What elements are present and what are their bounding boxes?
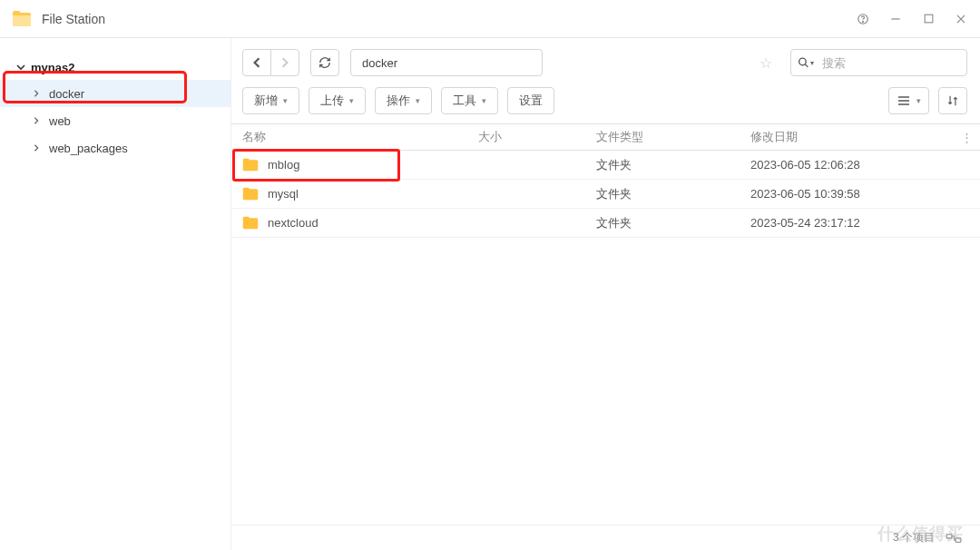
titlebar: File Station <box>0 0 980 38</box>
settings-button-label: 设置 <box>519 93 543 109</box>
app-folder-icon <box>11 8 33 30</box>
column-header-type[interactable]: 文件类型 <box>585 129 740 145</box>
chevron-right-icon <box>33 90 40 97</box>
sidebar-item-docker[interactable]: docker <box>0 80 230 107</box>
caret-down-icon: ▾ <box>416 96 420 105</box>
settings-button[interactable]: 设置 <box>507 87 554 114</box>
table-row[interactable]: nextcloud 文件夹 2023-05-24 23:17:12 <box>231 209 980 238</box>
svg-rect-6 <box>956 538 961 542</box>
maximize-icon[interactable] <box>920 11 936 27</box>
sidebar-item-label: web_packages <box>49 142 128 155</box>
sort-button[interactable] <box>938 87 967 114</box>
file-type: 文件夹 <box>585 157 740 173</box>
svg-point-4 <box>799 58 807 65</box>
search-dropdown-caret-icon[interactable]: ▾ <box>810 59 814 67</box>
caret-down-icon: ▾ <box>283 96 288 105</box>
search-input[interactable] <box>790 49 967 76</box>
caret-down-icon: ▾ <box>916 96 921 105</box>
file-date: 2023-06-05 10:39:58 <box>740 187 980 201</box>
connection-icon <box>946 534 962 543</box>
chevron-down-icon <box>16 63 25 72</box>
column-header-name[interactable]: 名称 <box>231 129 467 145</box>
svg-rect-3 <box>925 15 933 23</box>
folder-icon <box>242 158 259 172</box>
refresh-button[interactable] <box>310 49 339 76</box>
table-row[interactable]: mysql 文件夹 2023-06-05 10:39:58 <box>231 180 980 209</box>
file-type: 文件夹 <box>585 186 740 202</box>
file-type: 文件夹 <box>585 215 740 231</box>
folder-icon <box>242 216 259 230</box>
new-button[interactable]: 新增▾ <box>242 87 299 114</box>
item-count: 3 个项目 <box>893 530 935 545</box>
nav-forward-button[interactable] <box>270 49 299 76</box>
sidebar-item-label: docker <box>49 87 84 101</box>
file-name: nextcloud <box>268 216 318 230</box>
upload-button[interactable]: 上传▾ <box>309 87 366 114</box>
toolbar-nav: ☆ ▾ <box>231 38 980 82</box>
tree-root-label: mynas2 <box>31 61 74 74</box>
main-panel: ☆ ▾ 新增▾ 上传▾ 操作▾ 工具▾ 设置 ▾ 名称 大小 文件类型 修改日期 <box>231 38 980 550</box>
column-header-size[interactable]: 大小 <box>467 129 585 145</box>
close-icon[interactable] <box>953 11 969 27</box>
caret-down-icon: ▾ <box>482 96 486 105</box>
sidebar: mynas2 docker web web_packages <box>0 38 231 550</box>
app-title: File Station <box>42 12 855 26</box>
file-list: mblog 文件夹 2023-06-05 12:06:28 mysql 文件夹 … <box>231 151 980 238</box>
path-input[interactable] <box>350 49 543 76</box>
nav-back-button[interactable] <box>242 49 271 76</box>
svg-point-1 <box>863 21 864 22</box>
tool-button-label: 工具 <box>453 93 476 109</box>
caret-down-icon: ▾ <box>349 96 354 105</box>
search-icon <box>798 57 809 69</box>
minimize-icon[interactable] <box>887 11 904 27</box>
action-button-label: 操作 <box>387 93 410 109</box>
file-name: mysql <box>268 187 299 201</box>
table-row[interactable]: mblog 文件夹 2023-06-05 12:06:28 <box>231 151 980 180</box>
toolbar-actions: 新增▾ 上传▾ 操作▾ 工具▾ 设置 ▾ <box>231 82 980 123</box>
statusbar: 3 个项目 <box>231 525 980 550</box>
column-options-icon[interactable]: ⋮ <box>953 131 980 144</box>
help-icon[interactable] <box>855 11 871 27</box>
sidebar-item-web[interactable]: web <box>0 107 230 134</box>
tree-root[interactable]: mynas2 <box>0 54 230 80</box>
folder-icon <box>242 187 259 201</box>
svg-rect-2 <box>891 18 899 19</box>
sidebar-item-web-packages[interactable]: web_packages <box>0 134 230 162</box>
favorite-star-icon[interactable]: ☆ <box>760 54 772 72</box>
window-controls <box>855 11 969 27</box>
file-name: mblog <box>268 158 299 172</box>
action-button[interactable]: 操作▾ <box>375 87 432 114</box>
sidebar-item-label: web <box>49 114 71 128</box>
chevron-right-icon <box>33 117 40 124</box>
view-mode-button[interactable]: ▾ <box>888 87 929 114</box>
upload-button-label: 上传 <box>320 93 344 109</box>
new-button-label: 新增 <box>254 93 278 109</box>
svg-rect-5 <box>946 534 952 537</box>
chevron-right-icon <box>33 144 40 152</box>
column-header-date[interactable]: 修改日期 <box>740 129 953 145</box>
table-header: 名称 大小 文件类型 修改日期 ⋮ <box>231 123 980 151</box>
tool-button[interactable]: 工具▾ <box>441 87 498 114</box>
file-date: 2023-06-05 12:06:28 <box>740 158 980 172</box>
file-date: 2023-05-24 23:17:12 <box>740 216 980 230</box>
